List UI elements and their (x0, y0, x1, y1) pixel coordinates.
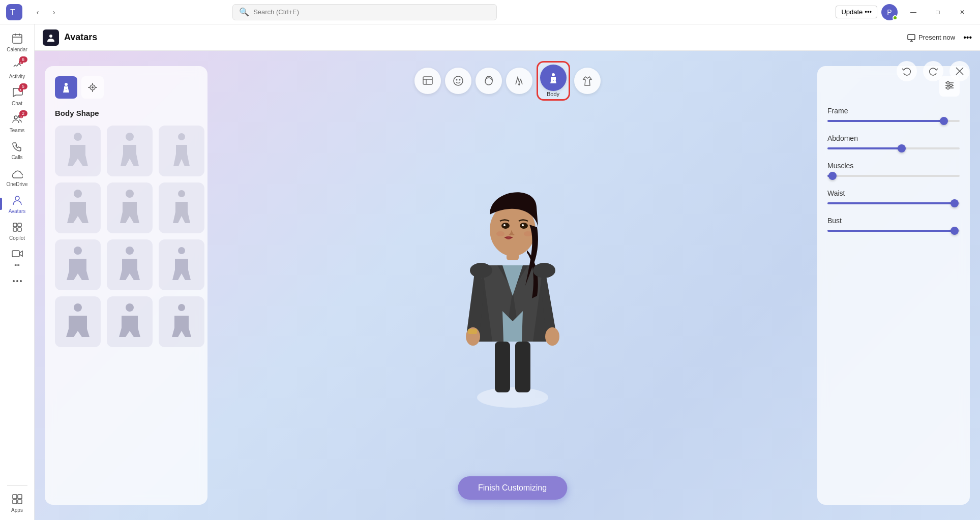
body-shape-item-6[interactable] (159, 182, 204, 233)
svg-point-66 (520, 223, 528, 229)
sidebar-item-chat[interactable]: 5 5 Chat (0, 82, 34, 109)
toolbar-style-button[interactable] (506, 68, 532, 94)
body-shape-item-7[interactable] (55, 239, 101, 290)
avatar-container: Finish Customizing (207, 51, 817, 520)
main-layout: Calendar 6 6 Activity 5 (0, 24, 980, 520)
svg-point-81 (947, 86, 949, 89)
waist-track[interactable] (827, 202, 960, 204)
svg-point-69 (496, 231, 504, 236)
present-now-button[interactable]: Present now (903, 32, 959, 44)
copilot-icon (10, 220, 24, 234)
frame-label: Frame (827, 107, 960, 115)
body-shape-item-3[interactable] (159, 126, 204, 176)
close-button[interactable]: ✕ (951, 4, 974, 20)
chat-badge: 5 (19, 83, 27, 89)
nav-controls: ‹ › (31, 5, 61, 19)
sidebar-item-activity[interactable]: 6 6 Activity (0, 55, 34, 82)
chat-icon: 5 5 (10, 85, 24, 100)
undo-button[interactable] (897, 61, 917, 81)
abdomen-track[interactable] (827, 147, 960, 149)
muscles-label: Muscles (827, 162, 960, 170)
body-shape-item-10[interactable] (55, 296, 101, 347)
sidebar-item-more[interactable] (0, 271, 34, 291)
sidebar-item-teams[interactable]: 2 2 Teams (0, 109, 34, 136)
panel-tab-accessories[interactable] (81, 76, 104, 99)
sidebar-item-meet[interactable]: ••• (0, 244, 34, 271)
sidebar-item-apps[interactable]: Apps (0, 489, 34, 516)
svg-point-74 (545, 327, 559, 346)
body-shape-item-5[interactable] (107, 182, 153, 233)
apps-icon (10, 492, 24, 506)
back-button[interactable]: ‹ (31, 5, 45, 19)
toolbar-outfit-button[interactable] (574, 68, 601, 94)
toolbar-hair-button[interactable] (476, 68, 502, 94)
right-panel: Frame Abdomen Muscles (817, 66, 970, 505)
toolbar-hair (476, 68, 502, 94)
body-shape-item-11[interactable] (107, 296, 153, 347)
bust-slider-section: Bust (827, 217, 960, 232)
more-icon (10, 274, 24, 288)
minimize-button[interactable]: — (902, 4, 925, 20)
toolbar-body-wrapper: Body (537, 61, 570, 101)
body-shape-item-4[interactable] (55, 182, 101, 233)
svg-point-38 (552, 73, 555, 76)
sidebar-item-avatars[interactable]: Avatars (0, 190, 34, 217)
svg-point-9 (14, 116, 17, 119)
svg-rect-17 (18, 228, 21, 231)
toolbar-body-button[interactable] (540, 65, 567, 91)
panel-section-title: Body Shape (55, 109, 197, 117)
toolbar-style (506, 68, 532, 94)
toolbar-face-button[interactable] (445, 68, 471, 94)
svg-point-70 (524, 231, 532, 236)
body-shape-item-9[interactable] (159, 239, 204, 290)
sidebar-label-calls: Calls (11, 155, 22, 160)
body-shape-item-2[interactable] (107, 126, 153, 176)
svg-point-67 (503, 224, 506, 226)
svg-text:T: T (10, 8, 15, 17)
panel-tab-body-shape[interactable] (55, 76, 77, 99)
svg-point-54 (74, 247, 82, 255)
sidebar-item-copilot[interactable]: Copilot (0, 217, 34, 244)
finish-customizing-button[interactable]: Finish Customizing (458, 476, 567, 500)
sidebar-label-copilot: Copilot (9, 235, 25, 241)
sidebar-item-calendar[interactable]: Calendar (0, 28, 34, 55)
svg-rect-61 (495, 342, 510, 392)
muscles-track[interactable] (827, 175, 960, 177)
editor-area: Body (35, 51, 980, 520)
toolbar-template-button[interactable] (414, 68, 441, 94)
svg-point-19 (13, 280, 15, 282)
svg-point-33 (454, 76, 463, 85)
body-shape-item-12[interactable] (159, 296, 204, 347)
bust-track[interactable] (827, 230, 960, 232)
bust-label: Bust (827, 217, 960, 225)
search-icon: 🔍 (239, 7, 249, 17)
svg-point-60 (477, 387, 548, 408)
title-bar-right: Update ••• P — □ ✕ (836, 4, 974, 20)
more-options-button[interactable]: ••• (963, 33, 972, 42)
search-bar[interactable]: 🔍 (232, 4, 497, 20)
svg-point-56 (178, 247, 185, 254)
content-area: Avatars Present now ••• (35, 24, 980, 520)
maximize-button[interactable]: □ (926, 4, 949, 20)
svg-rect-22 (13, 495, 17, 499)
search-input[interactable] (253, 8, 490, 16)
svg-rect-24 (13, 500, 17, 504)
edit-controls (897, 61, 970, 81)
abdomen-slider-section: Abdomen (827, 134, 960, 149)
svg-point-79 (947, 81, 949, 84)
present-icon (907, 34, 915, 42)
redo-button[interactable] (923, 61, 943, 81)
sidebar-item-onedrive[interactable]: OneDrive (0, 163, 34, 190)
abdomen-label: Abdomen (827, 134, 960, 142)
forward-button[interactable]: › (47, 5, 61, 19)
frame-track[interactable] (827, 120, 960, 122)
body-shape-item-1[interactable] (55, 126, 101, 176)
sidebar-item-calls[interactable]: Calls (0, 136, 34, 163)
editor-close-button[interactable] (949, 61, 970, 81)
sidebar-label-teams: Teams (10, 128, 24, 133)
body-shape-item-8[interactable] (107, 239, 153, 290)
svg-rect-14 (13, 223, 17, 227)
activity-icon: 6 6 (10, 58, 24, 73)
svg-rect-15 (18, 223, 21, 227)
update-button[interactable]: Update ••• (836, 6, 877, 18)
